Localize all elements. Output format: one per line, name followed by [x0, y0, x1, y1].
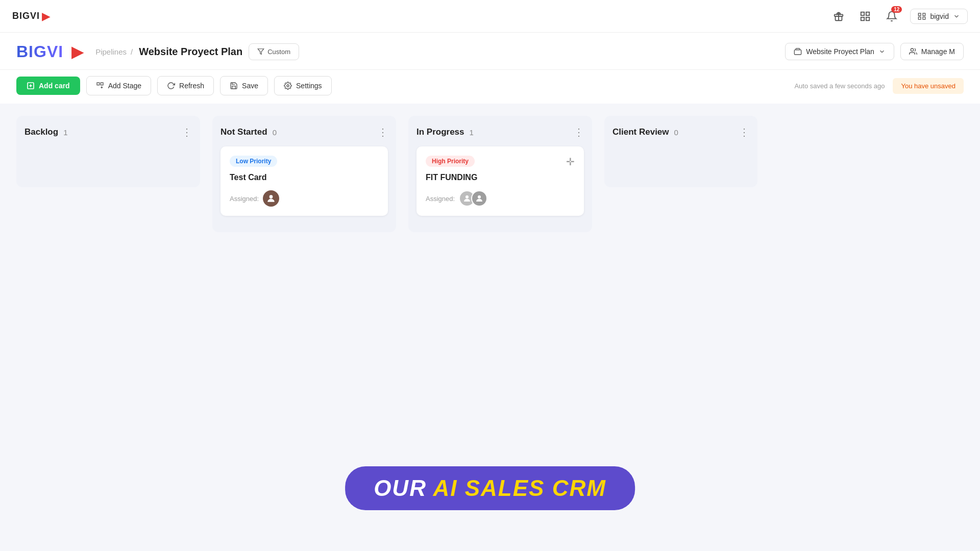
assignees-group — [459, 190, 487, 207]
card-test-card-assigned: Assigned: — [230, 190, 379, 207]
top-navigation: BIGVI ▶ 12 — [0, 0, 980, 33]
svg-point-12 — [911, 48, 913, 51]
bigvid-brand: BIGVI — [16, 42, 63, 61]
add-card-button[interactable]: Add card — [16, 77, 80, 95]
column-ip-title-group: In Progress 1 — [416, 127, 474, 137]
column-client-review-header: Client Review 0 ⋮ — [612, 126, 749, 138]
grid-icon[interactable] — [857, 8, 873, 24]
logo-text: BIGVI — [12, 11, 40, 21]
column-backlog-count: 1 — [63, 128, 67, 137]
nav-right: 12 bigvid — [830, 8, 968, 24]
client-review-empty — [612, 146, 749, 177]
svg-rect-9 — [923, 17, 925, 19]
assigned-label: Assigned: — [230, 195, 259, 203]
column-title-group: Backlog 1 — [24, 127, 67, 137]
custom-filter-label: Custom — [267, 48, 290, 56]
card-fit-header: High Priority ✛ — [426, 156, 575, 173]
svg-marker-10 — [258, 49, 264, 55]
svg-point-22 — [465, 195, 469, 198]
svg-point-21 — [270, 195, 273, 198]
title-area: BIGVI ▶ Pipelines / Website Proyect Plan… — [16, 42, 299, 61]
card-fit-priority-area: High Priority — [426, 156, 475, 173]
brand-arrow-icon: ▶ — [71, 42, 84, 61]
column-backlog: Backlog 1 ⋮ — [16, 116, 200, 187]
unsaved-banner: You have unsaved — [893, 78, 964, 94]
banner-word-crm: CRM — [552, 475, 606, 500]
notification-count: 12 — [891, 6, 902, 13]
toolbar-right: Auto saved a few seconds ago You have un… — [794, 78, 964, 94]
column-client-review-menu[interactable]: ⋮ — [739, 126, 749, 138]
banner-text: OUR AI SALES CRM — [374, 475, 606, 501]
page-header: BIGVI ▶ Pipelines / Website Proyect Plan… — [0, 33, 980, 70]
logo-arrow-icon: ▶ — [42, 10, 50, 22]
svg-rect-8 — [919, 17, 921, 19]
save-label: Save — [242, 82, 258, 90]
column-backlog-menu[interactable]: ⋮ — [182, 126, 192, 138]
unsaved-text: You have unsaved — [901, 82, 955, 90]
column-ns-title-group: Not Started 0 — [220, 127, 277, 137]
banner-word-ai: AI — [433, 475, 458, 500]
column-in-progress-header: In Progress 1 ⋮ — [416, 126, 584, 138]
column-not-started-menu[interactable]: ⋮ — [378, 126, 388, 138]
refresh-label: Refresh — [179, 82, 204, 90]
add-card-label: Add card — [39, 82, 70, 90]
column-backlog-title: Backlog — [24, 127, 58, 137]
auto-saved-text: Auto saved a few seconds ago — [794, 82, 885, 90]
card-test-card[interactable]: Low Priority Test Card Assigned: — [220, 146, 388, 216]
card-priority-badge: Low Priority — [230, 156, 379, 173]
high-priority-badge: High Priority — [426, 156, 475, 167]
gift-icon[interactable] — [830, 8, 847, 24]
column-backlog-header: Backlog 1 ⋮ — [24, 126, 192, 138]
column-client-review: Client Review 0 ⋮ — [604, 116, 757, 187]
svg-rect-5 — [866, 17, 869, 20]
breadcrumb: Pipelines / — [95, 47, 133, 56]
column-client-review-title: Client Review — [612, 127, 669, 137]
page-title: Website Proyect Plan — [139, 46, 242, 58]
header-right: Website Proyect Plan Manage M — [785, 43, 964, 60]
add-stage-label: Add Stage — [108, 82, 141, 90]
assigned-label-fit: Assigned: — [426, 195, 455, 203]
assignee-avatar — [263, 190, 279, 207]
project-plan-button[interactable]: Website Proyect Plan — [785, 43, 894, 60]
breadcrumb-row: BIGVI ▶ Pipelines / Website Proyect Plan… — [16, 42, 964, 61]
breadcrumb-pipelines: Pipelines — [95, 47, 127, 56]
assignee-avatar-2 — [471, 190, 487, 207]
manage-members-button[interactable]: Manage M — [900, 43, 964, 60]
column-in-progress-title: In Progress — [416, 127, 464, 137]
column-in-progress-menu[interactable]: ⋮ — [574, 126, 584, 138]
refresh-button[interactable]: Refresh — [157, 76, 214, 95]
notification-icon[interactable]: 12 — [884, 8, 900, 24]
bottom-banner: OUR AI SALES CRM — [345, 466, 635, 510]
banner-word-our: OUR — [374, 475, 427, 500]
column-client-review-count: 0 — [674, 128, 678, 137]
custom-filter-button[interactable]: Custom — [249, 43, 299, 60]
svg-rect-2 — [861, 12, 864, 15]
column-in-progress-count: 1 — [470, 128, 474, 137]
account-name: bigvid — [930, 12, 949, 20]
banner-word-sales: SALES — [465, 475, 545, 500]
column-not-started-count: 0 — [273, 128, 277, 137]
svg-point-23 — [478, 195, 481, 198]
logo: BIGVI ▶ — [12, 10, 50, 22]
column-not-started-header: Not Started 0 ⋮ — [220, 126, 388, 138]
card-fit-funding-title: FIT FUNDING — [426, 173, 575, 182]
svg-rect-11 — [795, 50, 801, 55]
save-button[interactable]: Save — [220, 76, 268, 95]
column-not-started: Not Started 0 ⋮ Low Priority Test Card A… — [212, 116, 396, 232]
svg-point-20 — [287, 85, 289, 87]
svg-rect-17 — [101, 83, 103, 85]
backlog-empty — [24, 146, 192, 177]
svg-rect-6 — [919, 13, 921, 16]
account-dropdown[interactable]: bigvid — [910, 9, 968, 24]
column-not-started-title: Not Started — [220, 127, 267, 137]
card-move-icon[interactable]: ✛ — [566, 156, 575, 168]
svg-rect-4 — [861, 17, 864, 20]
settings-label: Settings — [296, 82, 322, 90]
nav-left: BIGVI ▶ — [12, 10, 50, 22]
project-plan-label: Website Proyect Plan — [806, 47, 874, 56]
card-test-card-title: Test Card — [230, 173, 379, 182]
add-stage-button[interactable]: Add Stage — [86, 76, 151, 95]
card-fit-funding[interactable]: High Priority ✛ FIT FUNDING Assigned: — [416, 146, 584, 216]
settings-button[interactable]: Settings — [274, 76, 332, 95]
column-cr-title-group: Client Review 0 — [612, 127, 678, 137]
